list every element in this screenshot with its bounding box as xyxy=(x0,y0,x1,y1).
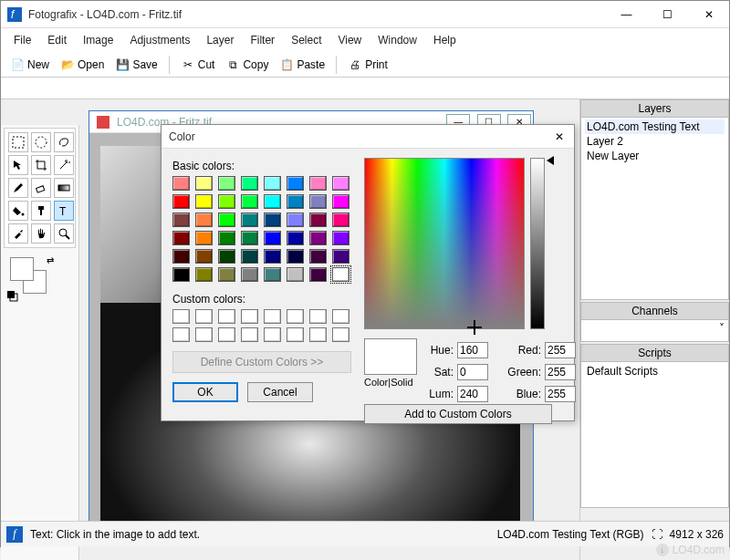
basic-color-cell[interactable] xyxy=(241,267,258,282)
blue-input[interactable] xyxy=(545,386,576,402)
scripts-panel-header[interactable]: Scripts xyxy=(581,345,728,362)
basic-color-cell[interactable] xyxy=(172,249,190,264)
channels-panel-header[interactable]: Channels xyxy=(581,303,728,320)
basic-color-cell[interactable] xyxy=(241,194,258,209)
tool-rect-select[interactable] xyxy=(8,132,28,152)
layer-item[interactable]: LO4D.com Testing Text xyxy=(585,119,725,134)
basic-color-cell[interactable] xyxy=(264,231,281,245)
swap-colors-icon[interactable]: ⇄ xyxy=(47,255,54,265)
color-dialog-close-button[interactable]: ✕ xyxy=(545,125,574,149)
basic-color-cell[interactable] xyxy=(332,213,349,227)
basic-color-cell[interactable] xyxy=(172,267,190,282)
basic-color-cell[interactable] xyxy=(264,194,281,209)
tool-zoom[interactable] xyxy=(54,223,74,244)
custom-color-cell[interactable] xyxy=(218,309,235,324)
tool-text[interactable]: T xyxy=(54,201,74,221)
lum-input[interactable] xyxy=(457,386,488,402)
basic-color-cell[interactable] xyxy=(241,176,258,191)
basic-color-cell[interactable] xyxy=(287,176,304,191)
copy-button[interactable]: ⧉Copy xyxy=(222,56,272,74)
new-button[interactable]: 📄New xyxy=(6,56,53,74)
basic-color-cell[interactable] xyxy=(172,194,190,209)
custom-color-cell[interactable] xyxy=(264,309,281,324)
sat-input[interactable] xyxy=(457,364,488,380)
custom-color-cell[interactable] xyxy=(309,327,327,342)
menu-select[interactable]: Select xyxy=(284,32,328,48)
print-button[interactable]: 🖨Print xyxy=(344,56,391,74)
hue-sat-picker[interactable] xyxy=(364,158,525,329)
tool-bucket[interactable] xyxy=(8,201,28,221)
custom-color-cell[interactable] xyxy=(309,309,327,324)
basic-color-cell[interactable] xyxy=(195,176,213,191)
luminance-pointer-icon[interactable] xyxy=(547,156,554,165)
basic-color-cell[interactable] xyxy=(332,231,349,245)
custom-color-cell[interactable] xyxy=(264,327,281,342)
basic-color-cell[interactable] xyxy=(218,249,235,264)
layer-item[interactable]: New Layer xyxy=(585,149,725,163)
open-button[interactable]: 📂Open xyxy=(57,56,108,74)
basic-color-cell[interactable] xyxy=(218,176,235,191)
paste-button[interactable]: 📋Paste xyxy=(276,56,328,74)
basic-color-cell[interactable] xyxy=(172,213,190,227)
basic-color-cell[interactable] xyxy=(332,267,349,282)
basic-color-cell[interactable] xyxy=(309,213,327,227)
ok-button[interactable]: OK xyxy=(172,382,238,402)
cut-button[interactable]: ✂Cut xyxy=(177,56,219,74)
add-to-custom-colors-button[interactable]: Add to Custom Colors xyxy=(364,404,552,424)
tool-eyedropper[interactable] xyxy=(8,223,28,244)
basic-color-cell[interactable] xyxy=(287,249,304,264)
menu-adjustments[interactable]: Adjustments xyxy=(122,32,197,48)
custom-color-cell[interactable] xyxy=(172,309,190,324)
script-item[interactable]: Default Scripts xyxy=(585,364,725,379)
tool-move[interactable] xyxy=(8,155,28,175)
basic-color-cell[interactable] xyxy=(218,231,235,245)
basic-color-cell[interactable] xyxy=(241,213,258,227)
menu-filter[interactable]: Filter xyxy=(243,32,282,48)
basic-color-cell[interactable] xyxy=(332,194,349,209)
tool-eraser[interactable] xyxy=(31,178,51,198)
hue-input[interactable] xyxy=(457,342,488,358)
menu-help[interactable]: Help xyxy=(426,32,464,48)
custom-color-cell[interactable] xyxy=(195,327,213,342)
custom-color-cell[interactable] xyxy=(172,327,190,342)
basic-color-cell[interactable] xyxy=(309,267,327,282)
basic-color-cell[interactable] xyxy=(287,231,304,245)
basic-color-cell[interactable] xyxy=(332,176,349,191)
tool-hand[interactable] xyxy=(31,223,51,244)
menu-window[interactable]: Window xyxy=(370,32,424,48)
basic-color-cell[interactable] xyxy=(195,213,213,227)
tool-lasso[interactable] xyxy=(54,132,74,152)
basic-color-cell[interactable] xyxy=(287,213,304,227)
tool-ellipse-select[interactable] xyxy=(31,132,51,152)
menu-file[interactable]: File xyxy=(6,32,38,48)
basic-color-cell[interactable] xyxy=(309,176,327,191)
basic-color-cell[interactable] xyxy=(309,194,327,209)
basic-color-cell[interactable] xyxy=(218,194,235,209)
tool-gradient[interactable] xyxy=(54,178,74,198)
custom-color-cell[interactable] xyxy=(241,327,258,342)
green-input[interactable] xyxy=(545,364,576,380)
foreground-color-swatch[interactable] xyxy=(10,257,34,281)
red-input[interactable] xyxy=(545,342,576,358)
reset-colors-icon[interactable] xyxy=(6,290,19,306)
basic-color-cell[interactable] xyxy=(172,231,190,245)
custom-color-cell[interactable] xyxy=(332,309,349,324)
basic-color-cell[interactable] xyxy=(264,267,281,282)
tool-clone[interactable] xyxy=(31,201,51,221)
luminance-slider[interactable] xyxy=(530,158,545,329)
custom-color-cell[interactable] xyxy=(332,327,349,342)
basic-color-cell[interactable] xyxy=(241,231,258,245)
menu-image[interactable]: Image xyxy=(76,32,120,48)
basic-color-cell[interactable] xyxy=(195,231,213,245)
tool-crop[interactable] xyxy=(31,155,51,175)
tool-brush[interactable] xyxy=(8,178,28,198)
layers-panel-header[interactable]: Layers xyxy=(581,100,728,118)
basic-color-cell[interactable] xyxy=(287,194,304,209)
layer-item[interactable]: Layer 2 xyxy=(585,134,725,149)
basic-color-cell[interactable] xyxy=(172,176,190,191)
basic-color-cell[interactable] xyxy=(241,249,258,264)
basic-color-cell[interactable] xyxy=(264,249,281,264)
custom-color-cell[interactable] xyxy=(218,327,235,342)
basic-color-cell[interactable] xyxy=(287,267,304,282)
tool-magic-wand[interactable] xyxy=(54,155,74,175)
